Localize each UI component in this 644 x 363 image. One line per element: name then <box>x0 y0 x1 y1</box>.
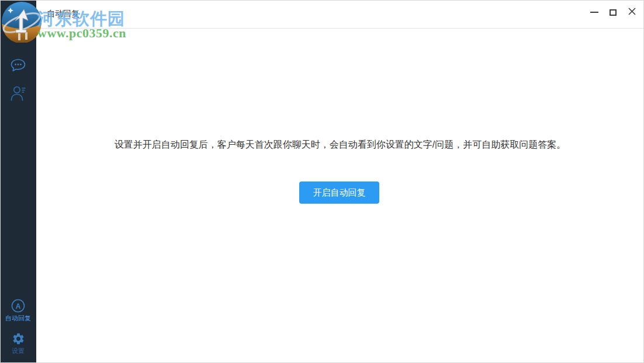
sidebar-item-messages[interactable] <box>0 57 36 75</box>
close-button[interactable] <box>625 5 639 19</box>
close-icon <box>628 7 636 18</box>
auto-reply-description: 设置并开启自动回复后，客户每天首次跟你聊天时，会自动看到你设置的文字/问题，并可… <box>36 139 644 151</box>
titlebar: 自动回复 <box>36 0 644 29</box>
minimize-button[interactable] <box>587 5 601 19</box>
sidebar: A 自动回复 设置 <box>0 0 36 363</box>
circled-a-letter: A <box>16 302 21 310</box>
contact-person-icon <box>9 84 27 106</box>
sidebar-item-contacts[interactable] <box>0 84 36 106</box>
chat-bubble-icon <box>10 57 26 75</box>
maximize-icon <box>610 9 617 16</box>
maximize-button[interactable] <box>606 5 620 19</box>
gear-icon <box>12 332 25 348</box>
sidebar-item-settings[interactable] <box>0 332 36 348</box>
enable-auto-reply-button[interactable]: 开启自动回复 <box>299 182 379 204</box>
circled-a-icon: A <box>11 298 26 316</box>
window-controls <box>587 0 639 25</box>
sidebar-label-auto-reply[interactable]: 自动回复 <box>0 315 36 322</box>
sidebar-item-auto-reply[interactable]: A <box>0 298 36 316</box>
minimize-icon <box>590 12 598 13</box>
page-title: 自动回复 <box>47 9 79 19</box>
sidebar-label-settings[interactable]: 设置 <box>0 347 36 354</box>
